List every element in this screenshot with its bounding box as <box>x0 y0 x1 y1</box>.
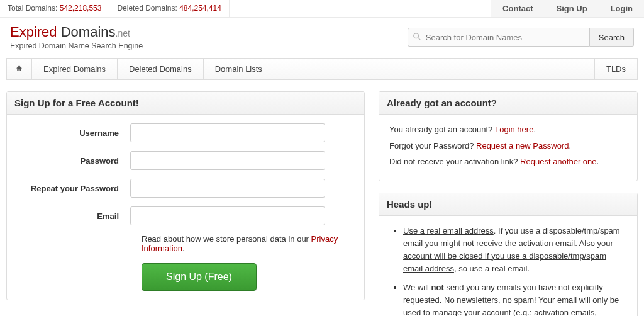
repeat-password-field[interactable] <box>130 179 325 198</box>
home-icon <box>16 65 23 72</box>
deleted-domains-stat: Deleted Domains: 484,254,414 <box>109 0 229 17</box>
search-icon <box>413 32 421 41</box>
username-label: Username <box>17 128 130 138</box>
brand[interactable]: Expired Domains.net Expired Domain Name … <box>10 24 143 50</box>
total-domains-stat: Total Domains: 542,218,553 <box>0 0 109 17</box>
svg-point-0 <box>414 33 419 38</box>
login-here-link[interactable]: Login here <box>495 125 533 134</box>
nav-expired-domains[interactable]: Expired Domains <box>32 59 118 79</box>
signup-panel: Sign Up for a Free Account! Username Pas… <box>6 91 365 300</box>
login-link[interactable]: Login <box>599 0 644 17</box>
email-label: Email <box>17 212 130 221</box>
headsup-panel-title: Heads up! <box>379 193 637 216</box>
request-activation-link[interactable]: Request another one <box>520 157 596 166</box>
signup-link[interactable]: Sign Up <box>545 0 599 17</box>
headsup-item-1: Use a real email address. If you use a d… <box>403 225 627 276</box>
headsup-item-2: We will not send you any emails you have… <box>403 281 627 316</box>
nav-tlds[interactable]: TLDs <box>594 59 637 79</box>
signup-panel-title: Sign Up for a Free Account! <box>7 92 364 115</box>
request-password-link[interactable]: Request a new Password <box>476 141 569 150</box>
contact-link[interactable]: Contact <box>491 0 544 17</box>
search-button[interactable]: Search <box>590 28 634 47</box>
password-field[interactable] <box>130 151 325 170</box>
username-field[interactable] <box>130 123 325 142</box>
privacy-note: Read about how we store personal data in… <box>142 234 354 253</box>
headsup-panel: Heads up! Use a real email address. If y… <box>379 193 638 317</box>
repeat-password-label: Repeat your Password <box>17 184 130 193</box>
brand-subtitle: Expired Domain Name Search Engine <box>10 42 143 50</box>
nav-deleted-domains[interactable]: Deleted Domains <box>118 59 204 79</box>
account-panel-title: Already got an account? <box>379 92 637 115</box>
search-input[interactable] <box>408 28 590 47</box>
email-field[interactable] <box>130 206 325 225</box>
account-panel: Already got an account? You already got … <box>379 91 638 181</box>
signup-button[interactable]: Sign Up (Free) <box>142 263 257 291</box>
password-label: Password <box>17 156 130 166</box>
nav-home[interactable] <box>7 59 32 79</box>
svg-line-1 <box>418 38 421 40</box>
nav-domain-lists[interactable]: Domain Lists <box>204 59 274 79</box>
